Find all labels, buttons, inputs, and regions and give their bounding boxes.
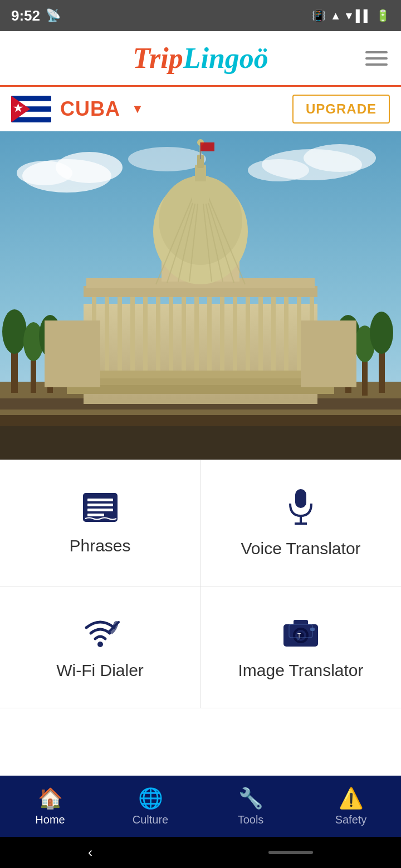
svg-rect-52 xyxy=(67,385,334,394)
system-nav-bar: ‹ xyxy=(0,837,401,868)
svg-rect-39 xyxy=(207,293,212,371)
hero-svg xyxy=(0,131,401,460)
cuba-flag xyxy=(11,96,51,122)
nav-safety[interactable]: ⚠️ Safety xyxy=(301,776,401,837)
svg-point-28 xyxy=(370,312,393,354)
svg-rect-77 xyxy=(200,142,214,151)
svg-rect-45 xyxy=(284,293,288,371)
svg-point-10 xyxy=(304,144,376,172)
status-bar: 9:52 📡 📳 ▲ ▾ ▌▌ 🔋 xyxy=(0,0,401,31)
voice-translator-label: Voice Translator xyxy=(241,539,360,558)
globe-icon: 🌐 xyxy=(138,787,163,810)
phrases-label: Phrases xyxy=(69,536,130,555)
svg-rect-78 xyxy=(84,494,117,521)
nav-culture-label: Culture xyxy=(133,813,168,826)
svg-rect-46 xyxy=(297,293,301,371)
svg-rect-80 xyxy=(87,499,113,501)
svg-rect-81 xyxy=(87,504,113,506)
svg-rect-33 xyxy=(130,293,135,371)
wifi-dialer-label: Wi-Fi Dialer xyxy=(56,661,144,680)
country-name: CUBA xyxy=(60,97,120,121)
country-dropdown-arrow: ▼ xyxy=(131,102,144,116)
wifi-dialer-icon xyxy=(81,614,120,649)
svg-rect-40 xyxy=(220,293,224,371)
cast-icon: 📡 xyxy=(46,8,61,23)
svg-point-8 xyxy=(17,161,72,185)
svg-point-18 xyxy=(2,309,27,354)
nav-home-label: Home xyxy=(35,813,65,826)
tools-icon: 🔧 xyxy=(238,787,263,810)
nav-tools[interactable]: 🔧 Tools xyxy=(200,776,301,837)
logo-lingo: Lingo xyxy=(183,42,254,75)
svg-point-11 xyxy=(248,159,309,181)
camera-icon: T xyxy=(281,614,320,649)
bottom-nav: 🏠 Home 🌐 Culture 🔧 Tools ⚠️ Safety xyxy=(0,776,401,837)
svg-rect-41 xyxy=(233,293,237,371)
status-time: 9:52 xyxy=(11,7,40,24)
signal-icon: ▲ xyxy=(330,9,341,22)
home-pill[interactable] xyxy=(268,851,313,854)
back-button[interactable]: ‹ xyxy=(88,845,92,860)
logo-umlaut: ö xyxy=(254,42,268,75)
logo: Trip Lingo ö xyxy=(133,42,268,75)
logo-trip: Trip xyxy=(133,42,183,75)
wifi-dialer-button[interactable]: Wi-Fi Dialer xyxy=(0,586,200,708)
phrases-icon xyxy=(81,491,120,524)
app-header: Trip Lingo ö xyxy=(0,31,401,87)
svg-rect-90 xyxy=(294,620,308,627)
svg-rect-44 xyxy=(271,293,276,371)
hero-image xyxy=(0,131,401,460)
country-bar: CUBA ▼ UPGRADE xyxy=(0,87,401,131)
battery-icon: 🔋 xyxy=(376,9,390,22)
hamburger-line-3 xyxy=(365,63,388,66)
svg-rect-75 xyxy=(0,426,401,460)
country-selector[interactable]: CUBA ▼ xyxy=(11,96,144,122)
warning-icon: ⚠️ xyxy=(339,787,364,810)
svg-rect-38 xyxy=(194,293,199,371)
microphone-icon xyxy=(286,488,316,527)
svg-rect-43 xyxy=(258,293,263,371)
nav-tools-label: Tools xyxy=(238,813,264,826)
hamburger-line-2 xyxy=(365,57,388,60)
svg-rect-35 xyxy=(156,293,160,371)
svg-rect-74 xyxy=(301,320,356,387)
svg-rect-73 xyxy=(45,320,100,387)
phrases-button[interactable]: Phrases xyxy=(0,460,200,586)
svg-point-87 xyxy=(97,642,103,647)
hamburger-line-1 xyxy=(365,51,388,53)
svg-rect-42 xyxy=(246,293,250,371)
svg-rect-84 xyxy=(295,489,306,508)
nav-safety-label: Safety xyxy=(335,813,367,826)
svg-rect-36 xyxy=(169,293,173,371)
wifi-icon: ▾ xyxy=(346,9,351,22)
svg-rect-83 xyxy=(87,514,104,516)
menu-button[interactable] xyxy=(365,51,388,66)
vibrate-icon: 📳 xyxy=(312,9,326,22)
upgrade-button[interactable]: UPGRADE xyxy=(292,95,390,124)
image-translator-button[interactable]: T Image Translator xyxy=(200,586,401,708)
svg-rect-34 xyxy=(143,293,148,371)
image-translator-label: Image Translator xyxy=(238,661,363,680)
nav-home[interactable]: 🏠 Home xyxy=(0,776,100,837)
svg-rect-31 xyxy=(105,293,109,371)
svg-rect-32 xyxy=(118,293,122,371)
signal-bars-icon: ▌▌ xyxy=(356,9,371,22)
nav-culture[interactable]: 🌐 Culture xyxy=(100,776,200,837)
home-icon: 🏠 xyxy=(38,787,63,810)
svg-rect-37 xyxy=(182,293,186,371)
svg-point-12 xyxy=(128,147,206,171)
feature-grid: Phrases Voice Translator xyxy=(0,460,401,708)
svg-rect-82 xyxy=(87,509,113,511)
voice-translator-button[interactable]: Voice Translator xyxy=(200,460,401,586)
